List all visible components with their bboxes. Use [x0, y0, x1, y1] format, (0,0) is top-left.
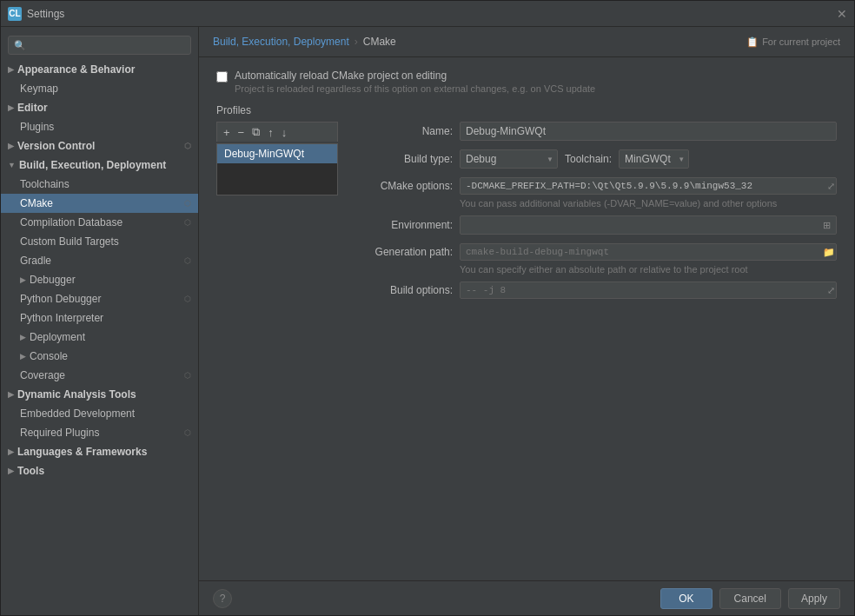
move-up-button[interactable]: ↑ — [264, 124, 277, 140]
cmake-options-row: CMake options: ⤢ — [348, 177, 837, 195]
name-row: Name: — [348, 122, 837, 141]
sidebar-item-label: Custom Build Targets — [20, 235, 119, 248]
cmake-options-label: CMake options: — [348, 180, 453, 192]
sidebar-item-required-plugins[interactable]: Required Plugins ⬡ — [1, 423, 198, 442]
apply-button[interactable]: Apply — [788, 588, 840, 609]
chevron-right-icon: ▶ — [8, 142, 14, 150]
name-input[interactable] — [460, 122, 837, 141]
sidebar-item-label: Keymap — [20, 83, 58, 95]
sidebar-item-label: Coverage — [20, 369, 65, 381]
external-link-icon: ⬡ — [184, 256, 191, 265]
main-panel: Build, Execution, Deployment › CMake 📋 F… — [199, 27, 854, 615]
cancel-button[interactable]: Cancel — [719, 588, 781, 609]
sidebar-item-python-interpreter[interactable]: Python Interpreter — [1, 308, 198, 328]
auto-reload-checkbox[interactable] — [216, 71, 228, 83]
sidebar-item-appearance[interactable]: ▶ Appearance & Behavior — [1, 60, 198, 79]
sidebar-item-label: Python Interpreter — [20, 312, 103, 324]
for-project-text: For current project — [762, 36, 840, 47]
close-icon[interactable]: ✕ — [837, 7, 847, 21]
sidebar-item-tools[interactable]: ▶ Tools — [1, 461, 198, 480]
chevron-right-icon: ▶ — [8, 447, 14, 456]
external-link-icon: ⬡ — [184, 295, 191, 303]
breadcrumb-separator: › — [355, 36, 358, 48]
generation-path-hint: You can specify either an absolute path … — [460, 264, 837, 275]
sidebar-item-build-exec[interactable]: ▼ Build, Execution, Deployment — [1, 156, 198, 175]
sidebar-item-label: Deployment — [30, 331, 85, 343]
cmake-options-input[interactable] — [460, 177, 837, 195]
sidebar-item-editor[interactable]: ▶ Editor — [1, 98, 198, 117]
sidebar-item-keymap[interactable]: Keymap — [1, 79, 198, 98]
search-input[interactable] — [30, 39, 185, 51]
build-options-label: Build options: — [348, 284, 453, 296]
sidebar-item-gradle[interactable]: Gradle ⬡ — [1, 251, 198, 270]
sidebar-item-version-control[interactable]: ▶ Version Control ⬡ — [1, 136, 198, 156]
chevron-down-icon: ▼ — [8, 161, 16, 169]
remove-profile-button[interactable]: − — [235, 124, 249, 140]
profiles-label: Profiles — [216, 104, 837, 116]
titlebar-left: CL Settings — [8, 7, 64, 21]
build-options-input[interactable] — [460, 282, 837, 299]
ok-button[interactable]: OK — [660, 588, 712, 609]
external-link-icon: ⬡ — [184, 218, 191, 227]
chevron-right-icon: ▶ — [8, 103, 14, 112]
copy-profile-button[interactable]: ⧉ — [249, 124, 263, 140]
breadcrumb: Build, Execution, Deployment › CMake 📋 F… — [199, 27, 854, 57]
toolchain-select[interactable]: MinGWQt Default — [619, 149, 689, 169]
cmake-options-expand-button[interactable]: ⤢ — [827, 181, 835, 192]
sidebar-item-label: CMake — [20, 197, 53, 209]
sidebar-item-label: Plugins — [20, 121, 54, 133]
sidebar-item-label: Tools — [17, 465, 44, 477]
generation-path-input-wrapper: 📁 — [460, 243, 837, 261]
sidebar-item-debugger[interactable]: ▶ Debugger — [1, 270, 198, 289]
generation-path-input[interactable] — [460, 243, 837, 261]
sidebar-item-label: Console — [30, 350, 68, 362]
titlebar: CL Settings ✕ — [1, 1, 854, 27]
generation-path-row: Generation path: 📁 — [348, 243, 837, 261]
breadcrumb-parent[interactable]: Build, Execution, Deployment — [213, 36, 349, 48]
sidebar-item-console[interactable]: ▶ Console — [1, 347, 198, 366]
sidebar: 🔍 ▶ Appearance & Behavior Keymap ▶ Edito… — [1, 27, 199, 615]
sidebar-item-label: Python Debugger — [20, 293, 101, 305]
sidebar-item-embedded-dev[interactable]: Embedded Development — [1, 404, 198, 423]
profile-name: Debug-MinGWQt — [224, 148, 304, 160]
sidebar-item-coverage[interactable]: Coverage ⬡ — [1, 366, 198, 385]
external-link-icon: ⬡ — [184, 428, 191, 437]
sidebar-item-dynamic-analysis[interactable]: ▶ Dynamic Analysis Tools — [1, 385, 198, 404]
search-icon: 🔍 — [14, 40, 26, 51]
sidebar-item-toolchains[interactable]: Toolchains — [1, 175, 198, 194]
sidebar-item-deployment[interactable]: ▶ Deployment — [1, 328, 198, 347]
external-link-icon: ⬡ — [184, 142, 191, 150]
sidebar-item-label: Appearance & Behavior — [17, 63, 135, 76]
chevron-right-icon: ▶ — [20, 333, 26, 341]
sidebar-item-plugins[interactable]: Plugins — [1, 117, 198, 136]
profile-item[interactable]: Debug-MinGWQt — [217, 144, 337, 163]
build-options-expand-button[interactable]: ⤢ — [827, 285, 835, 296]
help-button[interactable]: ? — [213, 589, 232, 608]
generation-path-browse-button[interactable]: 📁 — [823, 247, 835, 258]
sidebar-item-label: Editor — [17, 102, 48, 114]
build-type-row: Build type: Debug Release RelWithDebInfo… — [348, 149, 837, 169]
main-content: 🔍 ▶ Appearance & Behavior Keymap ▶ Edito… — [1, 27, 854, 615]
sidebar-item-custom-build[interactable]: Custom Build Targets — [1, 232, 198, 251]
sidebar-item-label: Gradle — [20, 255, 51, 267]
add-profile-button[interactable]: + — [220, 124, 234, 140]
move-down-button[interactable]: ↓ — [278, 124, 291, 140]
auto-reload-main-label: Automatically reload CMake project on ed… — [235, 70, 595, 82]
for-project-label: 📋 For current project — [746, 36, 840, 48]
sidebar-item-languages[interactable]: ▶ Languages & Frameworks — [1, 442, 198, 461]
environment-input-wrapper: ⊞ — [460, 215, 837, 235]
settings-window: CL Settings ✕ 🔍 ▶ Appearance & Behavior … — [0, 0, 855, 616]
sidebar-item-cmake[interactable]: CMake ⬡ — [1, 194, 198, 213]
chevron-right-icon: ▶ — [8, 65, 14, 74]
chevron-right-icon: ▶ — [20, 275, 26, 284]
environment-row: Environment: ⊞ — [348, 215, 837, 235]
app-icon: CL — [8, 7, 22, 21]
sidebar-item-label: Version Control — [17, 140, 95, 152]
environment-input[interactable] — [461, 216, 818, 234]
search-box[interactable]: 🔍 — [8, 36, 191, 55]
sidebar-item-compilation-db[interactable]: Compilation Database ⬡ — [1, 213, 198, 232]
environment-edit-button[interactable]: ⊞ — [818, 218, 836, 233]
toolchain-label: Toolchain: — [565, 153, 612, 165]
build-type-select[interactable]: Debug Release RelWithDebInfo MinSizeRel — [460, 149, 558, 169]
sidebar-item-python-debugger[interactable]: Python Debugger ⬡ — [1, 289, 198, 308]
